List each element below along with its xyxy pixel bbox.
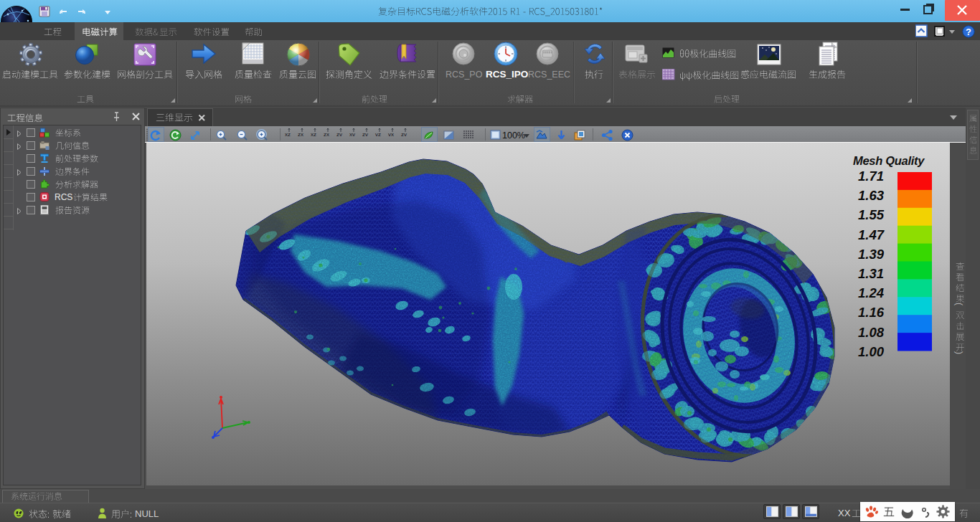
svg-text:?: ? — [966, 27, 971, 37]
